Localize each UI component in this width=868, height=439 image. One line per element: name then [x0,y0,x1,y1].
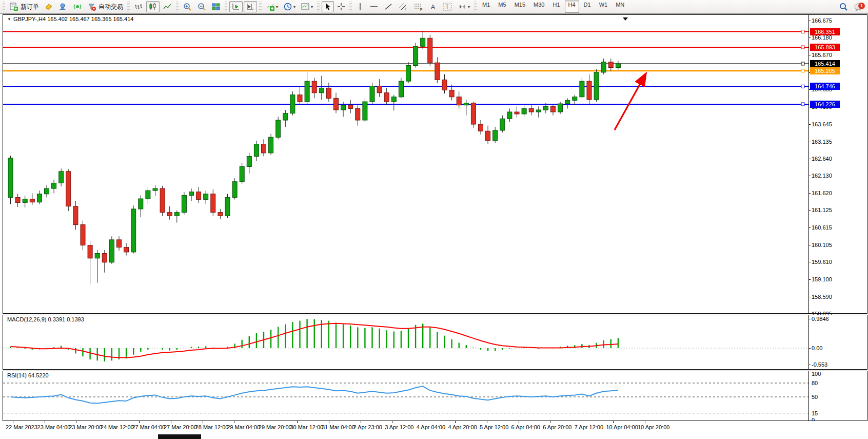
text-label-button[interactable]: T [440,1,455,12]
crosshair-button[interactable] [335,1,347,12]
date-tick-mark [329,421,329,423]
date-label: 23 Mar 20:00 [69,424,102,430]
zoom-out-button[interactable] [195,1,208,12]
chart-end-marker[interactable] [623,17,628,21]
hline-handle[interactable] [801,46,804,49]
rsi-label: RSI(14) 64.5220 [7,372,49,378]
date-label: 31 Mar 04:00 [322,424,355,430]
periods-button[interactable]: ▾ [281,1,298,12]
market-watch-button[interactable] [56,1,70,12]
candle-bull [500,119,505,130]
timeframe-button-m1[interactable]: M1 [479,1,494,13]
main-chart-pane[interactable]: ▼ GBPJPY-,H4 165.402 165.467 165.365 165… [3,14,867,314]
price-tick-mark [808,297,811,297]
timeframe-button-h1[interactable]: H1 [549,1,563,13]
rsi-pane[interactable]: RSI(14) 64.5220 1008050150 [3,371,867,421]
timeframe-button-m5[interactable]: M5 [495,1,509,13]
price-tick-mark [808,245,811,245]
indicators-button[interactable]: ▾ [264,1,280,12]
horizontal-line-button[interactable] [367,1,381,12]
line-chart-icon [163,2,172,11]
symbol-ohlc-label[interactable]: ▼ GBPJPY-,H4 165.402 165.467 165.365 165… [7,16,133,22]
date-tick-mark [424,421,424,423]
date-label: 5 Apr 12:00 [480,424,508,430]
date-tick-mark [582,421,582,423]
arrows-button[interactable]: ▾ [456,1,472,12]
auto-trading-icon [87,2,96,11]
timeframe-button-d1[interactable]: D1 [580,1,595,13]
timeframe-button-w1[interactable]: W1 [596,1,611,13]
candle-bear [102,254,107,262]
price-tick-label: 166.675 [812,17,832,24]
candle-bull [276,120,281,137]
time-axis: 22 Mar 202323 Mar 04:0023 Mar 20:0024 Ma… [3,421,867,433]
bar-chart-button[interactable] [132,1,145,12]
candle-bear [196,192,201,200]
candle-bull [391,97,396,102]
date-tick-mark [361,421,361,423]
hline-handle[interactable] [801,30,804,33]
price-badge-resistance: 166.351 [810,28,840,35]
dropdown-caret-icon: ▾ [311,5,313,9]
price-tick-label: 161.125 [812,207,832,213]
notifications-button[interactable]: 1 [851,1,866,12]
date-label: 6 Apr 20:00 [543,424,571,430]
date-tick-mark [203,421,203,423]
hline-handle[interactable] [801,62,804,65]
macd-tick-mark [808,319,811,319]
timeframe-button-m30[interactable]: M30 [530,1,548,13]
chart-shift-icon [246,2,255,11]
auto-scroll-button[interactable] [229,1,243,12]
chart-profile-button[interactable] [42,1,55,12]
macd-pane[interactable]: MACD(12,26,9) 0.3391 0.1393 0.98460.00-0… [3,315,867,370]
timeframe-button-h4[interactable]: H4 [565,1,579,13]
auto-trading-button[interactable]: 自动交易 [85,1,125,12]
zoom-in-button[interactable] [181,1,194,12]
candle-bear [30,199,34,202]
new-order-button[interactable]: 新订单 [7,1,41,12]
candle-bear [66,171,71,206]
hline-handle[interactable] [801,85,804,88]
candle-bear [356,108,360,120]
date-tick-mark [487,421,487,423]
price-tick-mark [808,159,811,159]
text-label-icon: T [442,2,452,11]
date-label: 27 Mar 20:00 [164,424,197,430]
date-label: 2 Apr 23:00 [353,424,382,430]
text-button[interactable]: A [427,1,439,12]
candlestick-chart-button[interactable] [146,1,160,12]
candle-bull [573,97,577,101]
macd-tick-mark [808,348,811,349]
candle-bull [139,199,143,209]
timeframe-button-m15[interactable]: M15 [511,1,529,13]
equidistant-channel-button[interactable]: E [396,1,410,12]
search-button[interactable] [837,1,850,12]
date-tick-mark [645,421,645,423]
hline-handle[interactable] [801,69,804,72]
chevron-down-icon[interactable]: ▼ [7,17,11,22]
price-badge-current-price: 165.414 [810,60,840,67]
macd-tick-label: 0.9846 [812,316,829,322]
cursor-icon [324,3,332,11]
candle-bull [319,88,324,92]
date-tick-mark [108,421,108,423]
fibonacci-button[interactable]: F [411,1,426,12]
candle-bear [334,98,339,110]
chart-shift-button[interactable] [244,1,257,12]
candle-bear [73,206,78,225]
timeframe-button-mn[interactable]: MN [612,1,628,13]
vertical-line-button[interactable] [354,1,366,12]
clock-icon [283,2,292,11]
templates-button[interactable]: ▾ [299,1,315,12]
line-chart-button[interactable] [161,1,174,12]
price-tick-mark [808,193,811,194]
horizontal-scrollbar-thumb[interactable] [158,434,201,439]
cursor-button[interactable] [322,1,334,12]
sound-button[interactable] [71,1,84,12]
tile-windows-button[interactable] [209,1,223,12]
macd-tick-mark [808,365,811,365]
trendline-button[interactable] [382,1,395,12]
hline-handle[interactable] [801,103,804,106]
bar-chart-icon [134,2,143,11]
annotation-arrow[interactable] [615,74,645,130]
